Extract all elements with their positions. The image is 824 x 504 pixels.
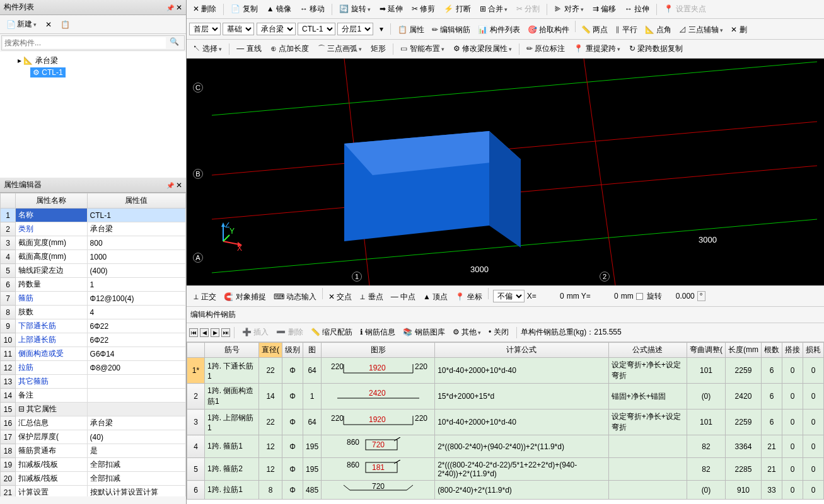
property-row[interactable]: 19扣减板/筏板全部扣减 [1,458,186,472]
tb-重提梁跨[interactable]: 📍 重提梁跨 ▾ [570,42,624,56]
col-header[interactable]: 公式描述 [608,343,687,358]
rebar-row[interactable]: 61跨. 拉筋18Φ485720(800-2*40)+2*(11.9*d)(0)… [187,481,824,500]
property-row[interactable]: 1名称CTL-1 [1,209,186,222]
tb-点加长度[interactable]: ⊕ 点加长度 [267,42,313,56]
tb-偏移[interactable]: ⇉ 偏移 [589,2,620,16]
layer-toggle[interactable]: ▾ [376,23,387,35]
snap-垂点[interactable]: ⊥ 垂点 [356,290,386,304]
snap-坐标[interactable]: 📍 坐标 [451,290,485,304]
property-row[interactable]: 21计算设置按默认计算设置计算 [1,486,186,497]
tb-移动[interactable]: ↔ 移动 [296,2,328,16]
tb-原位标注[interactable]: ✏ 原位标注 [523,42,569,56]
next-btn[interactable]: ▶ [211,328,219,337]
tb-设置夹点[interactable]: 📍 设置夹点 [660,2,709,16]
property-row[interactable]: 16汇总信息承台梁 [1,416,186,430]
snap-对象捕捉[interactable]: 🧲 对象捕捉 [220,290,269,304]
property-row[interactable]: 7箍筋Φ12@100(4) [1,292,186,306]
rebar-row[interactable]: 41跨. 箍筋112Φ1958607202*((800-2*40)+(940-2… [187,435,824,458]
property-row[interactable]: 2类别承台梁 [1,222,186,236]
col-header[interactable]: 直径( [259,343,282,358]
property-row[interactable]: 15⊟ 其它属性 [1,403,186,416]
property-row[interactable]: 5轴线距梁左边(400) [1,264,186,278]
tb-合并[interactable]: ⊞ 合并 ▾ [476,2,511,16]
property-row[interactable]: 9下部通长筋6Φ22 [1,319,186,333]
copy-icon[interactable]: 📋 [57,18,74,31]
tree-item-ctl1[interactable]: ⚙ CTL-1 [30,67,66,77]
tb-分割[interactable]: ✂ 分割 [513,2,543,16]
snap-顶点[interactable]: ▲ 顶点 [419,290,451,304]
col-header[interactable]: 损耗 [803,343,823,358]
new-button[interactable]: 📄 新建 ▾ [3,17,40,32]
rebar-row[interactable]: 1*1跨. 下通长筋122Φ64220192022010*d-40+2000+1… [187,358,824,384]
tb-矩形[interactable]: 矩形 [367,42,390,56]
rb-其他[interactable]: ⚙ 其他 ▾ [449,325,485,340]
rebar-row[interactable]: 31跨. 上部钢筋122Φ64220192022010*d-40+2000+10… [187,410,824,435]
prev-btn[interactable]: ◀ [200,328,209,337]
property-row[interactable]: 3截面宽度(mm)800 [1,236,186,250]
sel-基础[interactable]: 基础 [223,23,254,35]
tb-三点画弧[interactable]: ⌒ 三点画弧 ▾ [314,42,366,56]
sel-首层[interactable]: 首层 [189,23,221,35]
col-header[interactable]: 长度(mm [725,343,761,358]
property-row[interactable]: 10上部通长筋6Φ22 [1,333,186,347]
property-row[interactable]: 13其它箍筋 [1,375,186,389]
property-row[interactable]: 20扣减板/筏板全部扣减 [1,472,186,486]
rb-插入[interactable]: ➕ 插入 [238,325,272,340]
tb-点角[interactable]: 📐 点角 [641,23,675,37]
last-btn[interactable]: ⏭ [221,328,230,337]
tb-延伸[interactable]: ➡ 延伸 [376,2,407,16]
property-table[interactable]: 属性名称属性值 1名称CTL-12类别承台梁3截面宽度(mm)8004截面高度(… [0,193,186,496]
tb-梁跨数据复制[interactable]: ↻ 梁跨数据复制 [625,42,687,56]
property-row[interactable]: 4截面高度(mm)1000 [1,250,186,264]
col-header[interactable]: 筋号 [205,343,259,358]
tb-编辑钢筋[interactable]: ✏ 编辑钢筋 [428,23,474,37]
tb-直线[interactable]: — 直线 [233,42,265,56]
close-icon[interactable]: ✕ [42,18,55,31]
tb-属性[interactable]: 📋 属性 [394,23,428,37]
rb-钢筋信息[interactable]: ℹ 钢筋信息 [356,325,399,340]
tb-智能布置[interactable]: ▭ 智能布置 ▾ [397,42,448,56]
pin-icon[interactable]: 📌 [166,4,174,11]
tb-镜像[interactable]: ▲ 镜像 [263,2,295,16]
rb-删除[interactable]: ➖ 删除 [272,325,306,340]
close-icon[interactable]: ✕ [176,3,182,12]
deg-btn[interactable]: ° [697,291,705,301]
search-input[interactable]: 🔍 [1,35,185,50]
col-header[interactable]: 图 [303,343,322,358]
tb-两点[interactable]: 📏 两点 [577,23,612,37]
tree-root[interactable]: ▸ 📐 承台梁 [5,54,181,67]
property-row[interactable]: 11侧面构造或受G6Φ14 [1,347,186,361]
snap-交点[interactable]: ✕ 交点 [325,290,356,304]
tb-选择[interactable]: ↖ 选择 ▾ [189,42,226,56]
tb-构件列表[interactable]: 📊 构件列表 [474,23,523,37]
sel-分层1[interactable]: 分层1 [337,23,373,35]
tb-拉伸[interactable]: ↔ 拉伸 [621,2,653,16]
tb-对齐[interactable]: ⫸ 对齐 ▾ [550,2,587,16]
property-row[interactable]: 8肢数4 [1,306,186,319]
snap-正交[interactable]: ⊥ 正交 [189,290,220,304]
col-header[interactable]: 弯曲调整( [687,343,725,358]
sel-CTL-1[interactable]: CTL-1 [298,23,335,35]
col-header[interactable]: 图形 [322,343,435,358]
close-icon[interactable]: ✕ [176,181,182,190]
rebar-row[interactable]: 21跨. 侧面构造筋114Φ1242015*d+2000+15*d锚固+净长+锚… [187,384,824,410]
rb-缩尺配筋[interactable]: 📏 缩尺配筋 [307,325,356,340]
tb-删[interactable]: ✕ 删 [727,23,750,37]
property-row[interactable]: 18箍筋贯通布是 [1,444,186,458]
property-row[interactable]: 12拉筋Φ8@200 [1,361,186,375]
property-row[interactable]: 17保护层厚度((40) [1,430,186,444]
tb-打断[interactable]: ⚡ 打断 [440,2,474,16]
3d-viewport[interactable]: C B A 1 2 3000 3000 Z X Y [187,59,824,285]
tb-复制[interactable]: 📄 复制 [227,2,261,16]
tb-修改梁段属性[interactable]: ⚙ 修改梁段属性 ▾ [450,42,516,56]
col-header[interactable]: 计算公式 [435,343,609,358]
tb-平行[interactable]: ∥ 平行 [612,23,641,37]
col-header[interactable]: 根数 [761,343,782,358]
rebar-table[interactable]: 筋号直径(级别图图形计算公式公式描述弯曲调整(长度(mm根数搭接损耗 1*1跨.… [187,342,824,500]
property-row[interactable]: 6跨数量1 [1,278,186,292]
offset-select[interactable]: 不偏 [493,290,525,302]
sel-承台梁[interactable]: 承台梁 [257,23,296,35]
search-icon[interactable]: 🔍 [166,37,183,49]
col-header[interactable]: 搭接 [782,343,803,358]
tb-删除[interactable]: ✕ 删除 [189,2,220,16]
